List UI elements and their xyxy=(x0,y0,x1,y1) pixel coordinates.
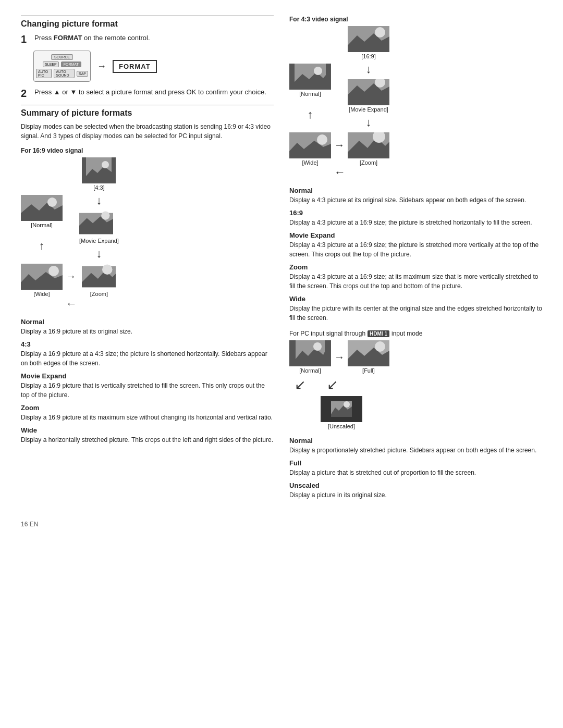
tv-43-movieexpand: [Movie Expand] xyxy=(348,79,389,113)
arrow-left-43-zoom-wide: ← xyxy=(334,166,346,179)
section1-title: Changing picture format xyxy=(21,19,274,29)
mode-43-169-title: 16:9 xyxy=(289,209,542,217)
tv-169-zoom: [Zoom] xyxy=(82,264,116,297)
tv-169-normal: [Normal] xyxy=(21,195,63,228)
remote-control-image: SOURCE SLEEP FORMAT AUTO PIC AUTO SOUND … xyxy=(33,51,91,82)
mode-169-43-desc: Display a 16:9 picture at a 4:3 size; th… xyxy=(21,349,274,368)
step-1-text: Press FORMAT on the remote control. xyxy=(34,33,150,43)
label-169-43: [4:3] xyxy=(82,184,116,191)
mode-43-normal-desc: Display a 4:3 picture at its original si… xyxy=(289,195,542,205)
arrow-left-zoom-wide: ← xyxy=(66,297,77,310)
diagram-pc: [Normal] → [Full] ↙ ↙ xyxy=(289,340,542,429)
modes-pc-list: Normal Display a proportionately stretch… xyxy=(289,437,542,500)
label-169-zoom: [Zoom] xyxy=(82,291,116,297)
diagram-169: [Normal] ↑ [Wide] → xyxy=(21,157,274,311)
pc-input-label: For PC input signal through HDMI 1 input… xyxy=(289,330,542,337)
mode-pc-full-desc: Display a picture that is stretched out … xyxy=(289,468,542,477)
arrow-down-169-movieexpand: ↓ xyxy=(366,61,372,77)
section2-rule xyxy=(21,105,274,105)
mode-169-wide-title: Wide xyxy=(21,426,274,434)
step-1: 1 Press FORMAT on the remote control. xyxy=(21,33,274,45)
mode-43-wide-title: Wide xyxy=(289,295,542,303)
page-footer: 16 EN xyxy=(21,521,542,528)
step-2: 2 Press ▲ or ▼ to select a picture forma… xyxy=(21,87,274,100)
arrow-up-169: ↑ xyxy=(39,239,45,253)
mode-169-movieexpand-title: Movie Expand xyxy=(21,372,274,380)
format-label-box: FORMAT xyxy=(113,60,157,73)
signal-43-label: For 4:3 video signal xyxy=(289,16,542,23)
label-43-normal: [Normal] xyxy=(289,91,331,97)
mode-169-zoom-title: Zoom xyxy=(21,404,274,412)
mode-169-normal-desc: Display a 16:9 picture at its original s… xyxy=(21,327,274,336)
format-remote-button: FORMAT xyxy=(61,61,81,67)
left-column: Changing picture format 1 Press FORMAT o… xyxy=(21,16,274,505)
diagram-43: [Normal] ↑ [Wide] → xyxy=(289,26,542,179)
tv-43-normal: [Normal] xyxy=(289,64,331,97)
arrow-right-remote: → xyxy=(97,61,106,72)
signal-169-label: For 16:9 video signal xyxy=(21,147,274,154)
page-layout: Changing picture format 1 Press FORMAT o… xyxy=(21,16,542,505)
arrow-down-43-movieexpand: ↓ xyxy=(96,193,102,208)
mode-43-normal-title: Normal xyxy=(289,187,542,194)
tv-pc-normal: [Normal] xyxy=(289,340,331,374)
modes-169-list: Normal Display a 16:9 picture at its ori… xyxy=(21,318,274,445)
sleep-button: SLEEP xyxy=(43,61,59,67)
mode-pc-normal-title: Normal xyxy=(289,437,542,445)
summary-description: Display modes can be selected when the b… xyxy=(21,122,274,141)
hdmi-badge: HDMI 1 xyxy=(368,330,389,337)
label-pc-normal: [Normal] xyxy=(289,367,331,374)
label-169-movieexpand: [Movie Expand] xyxy=(79,238,119,244)
source-button: SOURCE xyxy=(51,54,73,60)
label-43-movieexpand: [Movie Expand] xyxy=(348,106,389,113)
tv-43-wide: [Wide] xyxy=(289,132,331,166)
mode-43-movieexpand-title: Movie Expand xyxy=(289,231,542,239)
tv-pc-unscaled: [Unscaled] xyxy=(321,396,362,429)
label-43-wide: [Wide] xyxy=(289,159,331,166)
mode-43-zoom-title: Zoom xyxy=(289,263,542,271)
step-2-text: Press ▲ or ▼ to select a picture format … xyxy=(34,87,266,97)
pc-unscaled-row: [Unscaled] xyxy=(289,396,394,429)
arrow-down-43-zoom: ↓ xyxy=(366,115,372,130)
arrow-right-pc-normal-full: → xyxy=(334,351,345,363)
auto-sound-button: AUTO SOUND xyxy=(54,69,75,78)
mode-169-wide-desc: Display a horizontally stretched picture… xyxy=(21,435,274,445)
mode-pc-normal-desc: Display a proportionately stretched pict… xyxy=(289,446,542,455)
section2-title: Summary of picture formats xyxy=(21,108,274,118)
footer-text: 16 EN xyxy=(21,521,38,528)
pc-label-suffix: input mode xyxy=(391,330,422,337)
label-43-169: [16:9] xyxy=(348,53,389,59)
remote-illustration: SOURCE SLEEP FORMAT AUTO PIC AUTO SOUND … xyxy=(33,51,274,82)
arrow-right-normal-43: → xyxy=(66,270,76,282)
mode-43-zoom-desc: Display a 4:3 picture at a 16:9 size; at… xyxy=(289,272,542,291)
mode-pc-unscaled-title: Unscaled xyxy=(289,482,542,489)
mode-169-43-title: 4:3 xyxy=(21,340,274,348)
section1-rule xyxy=(21,16,274,16)
modes-43-list: Normal Display a 4:3 picture at its orig… xyxy=(289,187,542,323)
step1-keyword: FORMAT xyxy=(54,34,82,42)
step-1-number: 1 xyxy=(21,33,30,45)
right-column: For 4:3 video signal [Normal] ↑ [Wide] xyxy=(289,16,542,505)
label-pc-full: [Full] xyxy=(348,367,389,374)
arrow-down-movieexpand-zoom: ↓ xyxy=(96,246,102,262)
tv-43-zoom: [Zoom] xyxy=(348,132,389,166)
label-169-wide: [Wide] xyxy=(21,291,63,297)
tv-169-wide: [Wide] xyxy=(21,264,63,297)
step1-suffix: on the remote control. xyxy=(82,34,150,42)
step1-prefix: Press xyxy=(34,34,54,42)
label-169-normal: [Normal] xyxy=(21,222,63,228)
arrow-diagonal-left2: ↙ xyxy=(327,377,338,393)
tv-169-43: [4:3] xyxy=(82,157,116,191)
mode-pc-unscaled-desc: Display a picture in its original size. xyxy=(289,490,542,500)
arrow-up-43: ↑ xyxy=(308,108,313,121)
mode-43-movieexpand-desc: Display a 4:3 picture at a 16:9 size; th… xyxy=(289,240,542,259)
sap-button: SAP xyxy=(77,71,88,77)
mode-169-movieexpand-desc: Display a 16:9 picture that is verticall… xyxy=(21,381,274,400)
mode-43-169-desc: Display a 4:3 picture at a 16:9 size; th… xyxy=(289,218,542,227)
auto-pic-button: AUTO PIC xyxy=(36,69,52,78)
pc-label-prefix: For PC input signal through xyxy=(289,330,365,337)
label-pc-unscaled: [Unscaled] xyxy=(321,423,362,429)
mode-169-normal-title: Normal xyxy=(21,318,274,326)
tv-43-169: [16:9] xyxy=(348,26,389,59)
arrow-right-43-169: → xyxy=(334,139,345,151)
tv-169-movieexpand: [Movie Expand] xyxy=(79,211,119,244)
